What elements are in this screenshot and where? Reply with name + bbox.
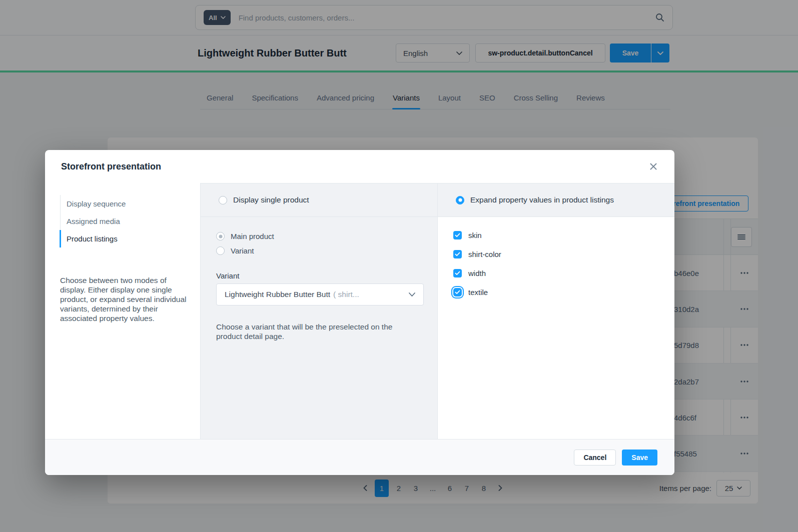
- expand-property-values-radio[interactable]: [456, 196, 464, 204]
- variant-select-value: Lightweight Rubber Butter Butt: [225, 290, 330, 299]
- property-label: skin: [468, 231, 482, 240]
- main-product-radio[interactable]: [216, 232, 225, 240]
- modal-save-button[interactable]: Save: [622, 450, 657, 466]
- storefront-presentation-modal: Storefront presentation Display sequence…: [45, 150, 674, 475]
- property-checkbox-skin[interactable]: [453, 231, 462, 240]
- expand-property-values-label: Expand property values in product listin…: [470, 196, 614, 204]
- single-product-column: Display single product Main product Vari…: [201, 184, 437, 439]
- variant-field-label: Variant: [216, 272, 422, 280]
- variant-radio[interactable]: [216, 246, 225, 255]
- modal-body: Display sequence Assigned media Product …: [45, 183, 674, 439]
- modal-title: Storefront presentation: [61, 162, 161, 172]
- single-product-mode-header: Display single product: [201, 184, 437, 217]
- product-detail-page: All Find products, customers, orders... …: [0, 0, 798, 532]
- property-label: textile: [468, 288, 488, 296]
- sidebar-item-assigned-media[interactable]: Assigned media: [61, 212, 187, 230]
- modal-cancel-button[interactable]: Cancel: [574, 450, 616, 466]
- property-label: width: [468, 269, 486, 278]
- variant-helper-text: Choose a variant that will be the presel…: [216, 322, 416, 341]
- chevron-down-icon: [409, 292, 415, 296]
- variant-radio-label: Variant: [231, 246, 254, 255]
- property-checkbox-shirt-color[interactable]: [453, 250, 462, 258]
- sidebar-item-display-sequence[interactable]: Display sequence: [61, 195, 187, 212]
- mode-description: Choose between two modes of display. Eit…: [60, 276, 187, 323]
- modal-sidebar: Display sequence Assigned media Product …: [45, 183, 200, 439]
- modal-header: Storefront presentation: [45, 150, 674, 183]
- variant-select-hint: ( shirt...: [333, 290, 359, 299]
- display-single-product-label: Display single product: [233, 196, 309, 204]
- main-product-label: Main product: [231, 232, 274, 240]
- expand-properties-body: skin shirt-color width textile: [438, 217, 674, 439]
- property-checkbox-textile[interactable]: [453, 288, 462, 296]
- modal-main: Display single product Main product Vari…: [200, 183, 674, 439]
- display-single-product-radio[interactable]: [219, 196, 227, 204]
- modal-footer: Cancel Save: [45, 439, 674, 475]
- property-checkbox-width[interactable]: [453, 269, 462, 278]
- sidebar-item-product-listings[interactable]: Product listings: [61, 230, 187, 248]
- close-icon[interactable]: [647, 160, 659, 172]
- expand-mode-header: Expand property values in product listin…: [438, 184, 674, 217]
- expand-properties-column: Expand property values in product listin…: [437, 184, 674, 439]
- single-product-body: Main product Variant Variant Lightweight…: [201, 217, 437, 439]
- property-label: shirt-color: [468, 250, 501, 258]
- variant-select[interactable]: Lightweight Rubber Butter Butt ( shirt..…: [216, 284, 424, 306]
